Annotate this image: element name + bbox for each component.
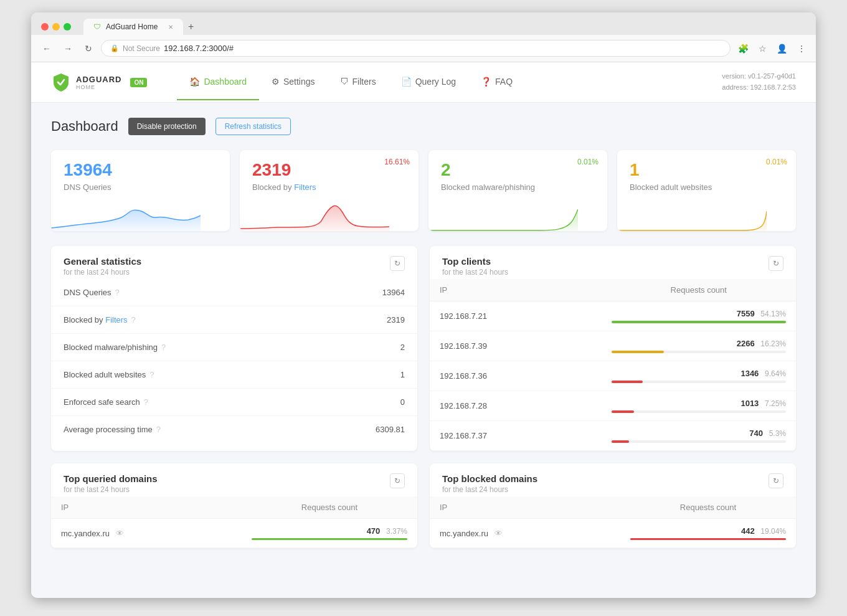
- stat-card-blocked-malware: 0.01% 2 Blocked malware/phishing: [428, 150, 607, 231]
- new-tab-button[interactable]: +: [183, 19, 199, 35]
- client-count: 7559: [737, 309, 755, 318]
- version-line2: address: 192.168.7.2:53: [722, 82, 796, 93]
- top-clients-title: Top clients: [442, 256, 508, 267]
- settings-icon: ⚙: [272, 77, 280, 87]
- browser-tab-active[interactable]: 🛡 AdGuard Home ✕: [83, 19, 183, 35]
- queried-col-ip: IP: [51, 496, 242, 519]
- minimize-window-btn[interactable]: [52, 23, 60, 31]
- eye-icon[interactable]: 👁: [494, 529, 503, 538]
- tab-title: AdGuard Home: [106, 22, 158, 31]
- blocked-domain-name: mc.yandex.ru: [440, 529, 488, 538]
- lock-icon: 🔒: [110, 44, 119, 52]
- profile-button[interactable]: 👤: [774, 41, 790, 56]
- blocked-adult-value: 1: [630, 160, 783, 180]
- browser-toolbar: ← → ↻ 🔒 Not Secure 192.168.7.2:3000/# 🧩 …: [31, 35, 816, 62]
- logo-text: ADGUARD HOME: [76, 75, 121, 90]
- nav-label-filters: Filters: [353, 77, 376, 87]
- table-row: 192.168.7.36 1346 9.64%: [430, 361, 796, 391]
- top-blocked-refresh-button[interactable]: ↻: [769, 473, 783, 488]
- nav-item-settings[interactable]: ⚙ Settings: [259, 64, 328, 100]
- malware-row-value: 2: [400, 343, 405, 352]
- dns-queries-row-value: 13964: [382, 288, 405, 297]
- blocked-filters-label: Blocked by Filters: [252, 182, 406, 192]
- client-percent: 5.3%: [769, 429, 786, 438]
- refresh-button[interactable]: ↻: [81, 41, 96, 56]
- filters-row-link[interactable]: Filters: [105, 315, 127, 325]
- dashboard-body: Dashboard Disable protection Refresh sta…: [31, 103, 816, 563]
- client-count-cell: 740 5.3%: [602, 421, 796, 451]
- bookmark-button[interactable]: ☆: [756, 41, 769, 56]
- blocked-col-ip: IP: [430, 496, 620, 519]
- top-clients-subtitle: for the last 24 hours: [442, 268, 508, 277]
- blocked-filters-row-label: Blocked by Filters: [64, 315, 128, 325]
- client-count-cell: 7559 54.13%: [602, 301, 796, 331]
- nav-item-querylog[interactable]: 📄 Query Log: [389, 64, 468, 100]
- adult-row-value: 1: [400, 370, 405, 379]
- not-secure-label: Not Secure: [123, 44, 160, 53]
- blocked-adult-label: Blocked adult websites: [630, 182, 783, 192]
- client-count-cell: 2266 16.23%: [602, 331, 796, 361]
- forward-button[interactable]: →: [60, 41, 76, 56]
- stat-card-blocked-filters: 16.61% 2319 Blocked by Filters: [240, 150, 419, 231]
- adult-help-icon[interactable]: ?: [149, 370, 154, 379]
- processing-time-row-label: Average processing time: [64, 425, 153, 434]
- queried-domain: mc.yandex.ru 👁: [51, 519, 242, 548]
- stats-cards: 13964 DNS Queries: [51, 150, 796, 231]
- processing-time-help-icon[interactable]: ?: [156, 425, 161, 434]
- general-stats-panel: General statistics for the last 24 hours…: [51, 246, 417, 451]
- blocked-bar: [630, 538, 786, 540]
- top-blocked-panel: Top blocked domains for the last 24 hour…: [430, 463, 796, 548]
- blocked-filters-help-icon[interactable]: ?: [131, 315, 136, 325]
- general-stats-refresh-button[interactable]: ↻: [390, 256, 405, 271]
- maximize-window-btn[interactable]: [64, 23, 71, 31]
- client-bar: [612, 321, 786, 323]
- blocked-filters-value: 2319: [252, 160, 406, 180]
- nav-item-dashboard[interactable]: 🏠 Dashboard: [177, 64, 259, 100]
- dns-help-icon[interactable]: ?: [115, 288, 120, 297]
- nav-label-dashboard: Dashboard: [204, 77, 247, 87]
- blocked-percent: 19.04%: [760, 527, 786, 536]
- safe-search-help-icon[interactable]: ?: [144, 397, 148, 407]
- traffic-lights: [41, 23, 71, 31]
- top-blocked-header: Top blocked domains for the last 24 hour…: [430, 463, 796, 496]
- top-queried-subtitle: for the last 24 hours: [64, 485, 158, 494]
- table-row: 192.168.7.28 1013 7.25%: [430, 391, 796, 421]
- blocked-col-requests: Requests count: [620, 496, 796, 519]
- blocked-domain: mc.yandex.ru 👁: [430, 519, 620, 548]
- menu-button[interactable]: ⋮: [795, 41, 808, 56]
- safe-search-row-label: Enforced safe search: [64, 397, 140, 407]
- queried-bar: [252, 538, 407, 540]
- malware-help-icon[interactable]: ?: [161, 343, 166, 352]
- address-bar[interactable]: 🔒 Not Secure 192.168.7.2:3000/#: [101, 40, 731, 57]
- top-clients-refresh-button[interactable]: ↻: [769, 256, 783, 271]
- top-clients-header: Top clients for the last 24 hours ↻: [430, 246, 796, 279]
- client-ip: 192.168.7.21: [430, 301, 602, 331]
- close-window-btn[interactable]: [41, 23, 49, 31]
- top-blocked-table: IP Requests count mc.yandex.ru 👁 442 19.…: [430, 496, 796, 548]
- stat-card-blocked-adult: 0.01% 1 Blocked adult websites: [617, 150, 796, 231]
- back-button[interactable]: ←: [39, 41, 55, 56]
- filters-link[interactable]: Filters: [294, 182, 316, 192]
- blocked-malware-percentage: 0.01%: [577, 158, 599, 166]
- top-queried-refresh-button[interactable]: ↻: [390, 473, 405, 488]
- adult-row-label: Blocked adult websites: [64, 370, 146, 379]
- client-percent: 7.25%: [765, 399, 786, 408]
- tab-close-btn[interactable]: ✕: [168, 24, 173, 31]
- table-row: 192.168.7.21 7559 54.13%: [430, 301, 796, 331]
- version-info: version: v0.1-257-g40d1 address: 192.168…: [722, 71, 796, 93]
- querylog-icon: 📄: [401, 77, 412, 87]
- blocked-malware-value: 2: [441, 160, 595, 180]
- client-count: 740: [749, 429, 763, 438]
- top-blocked-subtitle: for the last 24 hours: [442, 485, 537, 494]
- refresh-statistics-button[interactable]: Refresh statistics: [215, 118, 291, 135]
- nav-item-filters[interactable]: ⛉ Filters: [328, 64, 389, 100]
- stats-row-malware: Blocked malware/phishing ? 2: [51, 334, 417, 361]
- nav-item-faq[interactable]: ❓ FAQ: [468, 64, 525, 100]
- client-bar: [612, 410, 634, 413]
- eye-icon[interactable]: 👁: [116, 529, 124, 538]
- tab-bar: 🛡 AdGuard Home ✕ +: [83, 19, 199, 35]
- extensions-button[interactable]: 🧩: [736, 41, 751, 56]
- nav-label-faq: FAQ: [495, 77, 513, 87]
- top-queried-table: IP Requests count mc.yandex.ru 👁 470 3.3…: [51, 496, 417, 548]
- disable-protection-button[interactable]: Disable protection: [128, 118, 206, 135]
